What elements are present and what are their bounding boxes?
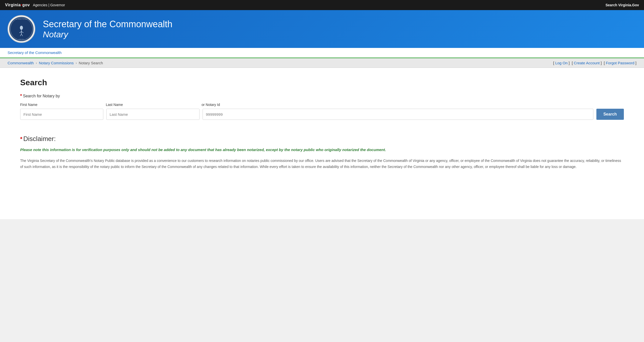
- first-name-input[interactable]: [20, 109, 103, 120]
- breadcrumb-separator-2: ›: [76, 61, 77, 65]
- search-virginia-label: Search Virginia.Gov: [605, 3, 639, 7]
- page-title: Search: [20, 78, 624, 87]
- top-nav-links[interactable]: Agencies | Governor: [33, 3, 65, 7]
- site-name: Virginia: [5, 3, 21, 7]
- main-content: Search * Search for Notary by First Name…: [0, 68, 644, 219]
- header-banner: VIRGINIA SIC SEMPER TYRANNIS Secretary o…: [0, 10, 644, 48]
- disclaimer-warning: Please note this information is for veri…: [20, 147, 624, 153]
- breadcrumb-bar: Commonwealth › Notary Commissions › Nota…: [0, 58, 644, 68]
- virginia-seal: VIRGINIA SIC SEMPER TYRANNIS: [8, 15, 35, 43]
- breadcrumb-commonwealth[interactable]: Commonwealth: [8, 61, 34, 65]
- required-star-disclaimer: *: [20, 136, 22, 142]
- search-by-text: Search for Notary by: [23, 94, 60, 98]
- svg-text:VIRGINIA: VIRGINIA: [19, 39, 24, 40]
- required-star-search: *: [20, 93, 22, 99]
- header-text: Secretary of the Commonwealth Notary: [43, 19, 172, 39]
- svg-text:SIC SEMPER TYRANNIS: SIC SEMPER TYRANNIS: [16, 19, 27, 20]
- field-labels: First Name Last Name or Notary Id: [20, 103, 624, 107]
- notary-id-input[interactable]: [203, 109, 593, 120]
- disclaimer-title: * Disclaimer:: [20, 135, 624, 143]
- header-subtitle: Notary: [43, 30, 172, 39]
- breadcrumb-nav: Commonwealth › Notary Commissions › Nota…: [8, 61, 103, 65]
- top-nav-left: Virginia•gov Agencies | Governor: [5, 3, 65, 7]
- breadcrumb-separator-1: ›: [36, 61, 37, 65]
- last-name-label: Last Name: [106, 103, 202, 107]
- governor-link[interactable]: Governor: [50, 3, 65, 7]
- search-form: Search: [20, 109, 624, 120]
- header-title: Secretary of the Commonwealth: [43, 19, 172, 30]
- disclaimer-section: * Disclaimer: Please note this informati…: [20, 135, 624, 170]
- svg-point-3: [20, 26, 23, 30]
- create-account-link[interactable]: Create Account: [574, 61, 600, 65]
- breadcrumb-notary-search: Notary Search: [79, 61, 103, 65]
- search-by-label: * Search for Notary by: [20, 93, 624, 99]
- last-name-input[interactable]: [106, 109, 200, 120]
- disclaimer-title-text: Disclaimer:: [23, 135, 56, 143]
- seal-svg: VIRGINIA SIC SEMPER TYRANNIS: [9, 16, 34, 42]
- sub-header: Secretary of the Commonwealth: [0, 48, 644, 58]
- account-nav-links: [ Log On ] [ Create Account ] [ Forgot P…: [553, 61, 636, 65]
- notary-id-label: or Notary Id: [202, 103, 624, 107]
- search-button[interactable]: Search: [596, 109, 624, 120]
- disclaimer-body: The Virginia Secretary of the Commonweal…: [20, 158, 624, 170]
- agencies-link[interactable]: Agencies: [33, 3, 47, 7]
- secretary-link[interactable]: Secretary of the Commonwealth: [8, 50, 61, 55]
- forgot-password-link[interactable]: Forgot Password: [606, 61, 634, 65]
- site-tld: gov: [22, 3, 30, 7]
- breadcrumb-notary-commissions[interactable]: Notary Commissions: [39, 61, 74, 65]
- first-name-label: First Name: [20, 103, 106, 107]
- log-on-link[interactable]: Log On: [555, 61, 568, 65]
- site-logo[interactable]: Virginia•gov: [5, 3, 30, 7]
- top-navigation: Virginia•gov Agencies | Governor Search …: [0, 0, 644, 10]
